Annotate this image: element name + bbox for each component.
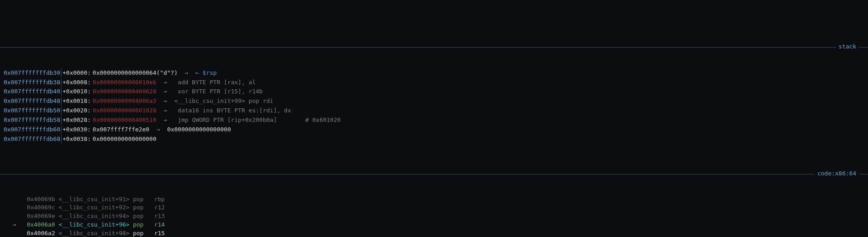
stack-value: 0x0000000000000064 xyxy=(93,69,157,77)
arrow-right-icon: → xyxy=(157,97,174,106)
stack-address: 0x007fffffffdb60 xyxy=(4,126,62,134)
disasm-symbol: <__libc_csu_init+91> xyxy=(59,196,130,203)
stack-value: 0x0000000000400628 xyxy=(93,87,157,96)
disasm-operands: rbp xyxy=(143,196,165,203)
disasm-mnemonic: pop xyxy=(133,213,143,219)
current-instruction-arrow-icon: → xyxy=(9,221,27,228)
stack-offset: +0x0038: xyxy=(62,135,93,144)
disasm-gutter xyxy=(9,204,27,211)
stack-row: 0x007fffffffdb60+0x0030:0x007ffff7ffe2e0… xyxy=(0,125,868,135)
disasm-address: 0x40069c xyxy=(27,204,55,211)
disasm-operands: r15 xyxy=(143,230,165,237)
disasm-address: 0x4006a2 xyxy=(27,230,55,237)
section-title-stack: stack xyxy=(836,43,859,51)
stack-deref: xor BYTE PTR [r15], r14b xyxy=(174,87,263,96)
stack-row: 0x007fffffffdb50+0x0020:0x00000000006010… xyxy=(0,106,868,116)
disasm-address: 0x4006a0 xyxy=(27,221,55,228)
disasm-mnemonic: pop xyxy=(133,196,143,203)
disasm-mnemonic: pop xyxy=(133,230,143,237)
disasm-gutter xyxy=(9,230,27,237)
section-header-code: code:x86:64 xyxy=(0,169,868,178)
stack-address: 0x007fffffffdb38 xyxy=(4,78,62,87)
disasm-gutter xyxy=(9,213,27,219)
stack-address: 0x007fffffffdb68 xyxy=(4,135,62,144)
stack-tail: ("d"?) xyxy=(157,69,178,77)
section-title-code: code:x86:64 xyxy=(815,169,859,178)
stack-row: 0x007fffffffdb30+0x0000:0x00000000000000… xyxy=(0,68,868,78)
disasm-address: 0x40069e xyxy=(27,213,55,219)
stack-offset: +0x0008: xyxy=(62,78,93,87)
disasm-operands: r14 xyxy=(143,221,165,228)
stack-row: 0x007fffffffdb40+0x0010:0x00000000004006… xyxy=(0,87,868,97)
stack-offset: +0x0018: xyxy=(62,97,93,106)
stack-row: 0x007fffffffdb68+0x0038:0x00000000000000… xyxy=(0,135,868,144)
stack-offset: +0x0000: xyxy=(62,69,93,77)
stack-deref: <__libc_csu_init+99> pop rdi xyxy=(174,97,273,106)
arrow-right-icon: → xyxy=(157,87,174,96)
stack-offset: +0x0028: xyxy=(62,116,93,125)
arrow-right-icon: → xyxy=(149,126,167,134)
code-panel: 0x40069b <__libc_csu_init+91> pop rbp 0x… xyxy=(0,195,868,237)
stack-offset: +0x0020: xyxy=(62,106,93,115)
disasm-mnemonic: pop xyxy=(133,204,143,211)
stack-address: 0x007fffffffdb58 xyxy=(4,116,62,125)
stack-value: 0x0000000000000000 xyxy=(93,135,157,144)
disasm-symbol: <__libc_csu_init+98> xyxy=(59,230,130,237)
stack-value: 0x0000000000400510 xyxy=(93,116,157,125)
disasm-row: 0x40069c <__libc_csu_init+92> pop r12 xyxy=(0,203,868,212)
stack-deref: jmp QWORD PTR [rip+0x200b0a] # 0x601020 xyxy=(174,116,344,125)
disasm-address: 0x40069b xyxy=(27,196,55,203)
disasm-operands: r13 xyxy=(143,213,165,219)
arrow-right-icon: → xyxy=(178,69,195,77)
disasm-row: 0x40069e <__libc_csu_init+94> pop r13 xyxy=(0,212,868,221)
stack-offset: +0x0010: xyxy=(62,87,93,96)
stack-deref: data16 ins BYTE PTR es:[rdi], dx xyxy=(174,106,291,115)
disasm-row: 0x40069b <__libc_csu_init+91> pop rbp xyxy=(0,195,868,204)
stack-address: 0x007fffffffdb40 xyxy=(4,87,62,96)
stack-address: 0x007fffffffdb30 xyxy=(4,69,62,77)
stack-deref: add BYTE PTR [rax], al xyxy=(174,78,256,87)
stack-value: 0x0000000000601028 xyxy=(93,106,157,115)
arrow-right-icon: → xyxy=(157,78,174,87)
stack-address: 0x007fffffffdb48 xyxy=(4,97,62,106)
disasm-symbol: <__libc_csu_init+92> xyxy=(59,204,130,211)
section-header-stack: stack xyxy=(0,43,868,51)
disasm-symbol: <__libc_csu_init+96> xyxy=(59,221,130,228)
stack-offset: +0x0030: xyxy=(62,126,93,134)
stack-row: 0x007fffffffdb48+0x0018:0x00000000004006… xyxy=(0,97,868,106)
stack-register-hint: ← $rsp xyxy=(195,69,217,77)
disasm-row: → 0x4006a0 <__libc_csu_init+96> pop r14 xyxy=(0,221,868,229)
stack-value: 0x00000000004006a3 xyxy=(93,97,157,106)
disasm-gutter xyxy=(9,196,27,203)
disasm-operands: r12 xyxy=(143,204,165,211)
stack-panel: 0x007fffffffdb30+0x0000:0x00000000000000… xyxy=(0,68,868,144)
arrow-right-icon: → xyxy=(157,116,174,125)
stack-deref: 0x0000000000000000 xyxy=(167,126,231,134)
stack-row: 0x007fffffffdb38+0x0008:0x00000000006010… xyxy=(0,78,868,87)
stack-row: 0x007fffffffdb58+0x0028:0x00000000004005… xyxy=(0,116,868,125)
disasm-row: 0x4006a2 <__libc_csu_init+98> pop r15 xyxy=(0,229,868,237)
stack-value: 0x007ffff7ffe2e0 xyxy=(93,126,149,134)
arrow-right-icon: → xyxy=(157,106,174,115)
disasm-symbol: <__libc_csu_init+94> xyxy=(59,213,130,219)
disasm-mnemonic: pop xyxy=(133,221,143,228)
stack-address: 0x007fffffffdb50 xyxy=(4,106,62,115)
stack-value: 0x00000000006010eb xyxy=(93,78,157,87)
